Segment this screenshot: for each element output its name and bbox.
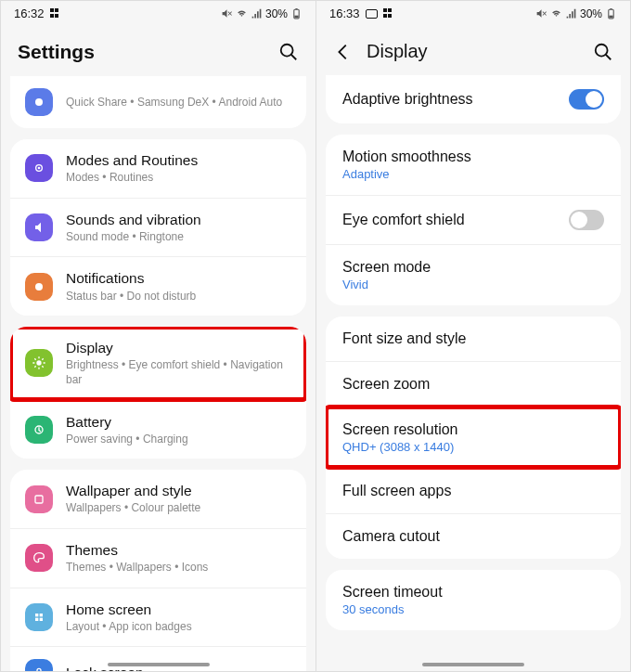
item-title: Screen timeout (342, 584, 604, 601)
item-screen-timeout[interactable]: Screen timeout 30 seconds (326, 570, 621, 630)
signal-icon (565, 7, 577, 19)
card-personalize: Wallpaper and styleWallpapers • Colour p… (10, 470, 306, 671)
modes-icon (25, 154, 53, 182)
eye-comfort-toggle[interactable] (569, 210, 604, 230)
item-lock[interactable]: Lock screen (10, 646, 306, 671)
back-button[interactable] (333, 42, 354, 62)
item-camera-cutout[interactable]: Camera cutout (326, 513, 621, 559)
card-modes: Modes and RoutinesModes • Routines Sound… (10, 139, 306, 316)
item-sub: Sound mode • Ringtone (66, 230, 291, 245)
status-battery: 30% (580, 7, 602, 20)
svg-rect-22 (35, 618, 38, 621)
item-title: Battery (66, 413, 291, 432)
svg-point-28 (596, 44, 608, 56)
item-wallpaper[interactable]: Wallpaper and styleWallpapers • Colour p… (10, 470, 306, 528)
item-title: Adaptive brightness (342, 91, 473, 108)
mute-icon (221, 7, 233, 19)
page-title: Settings (18, 41, 265, 63)
svg-rect-26 (609, 16, 612, 19)
svg-point-3 (281, 45, 293, 57)
battery-icon (605, 7, 617, 19)
card-display-opts: Motion smoothness Adaptive Eye comfort s… (326, 135, 621, 305)
item-title: Screen zoom (342, 376, 604, 393)
gesture-bar[interactable] (422, 663, 524, 666)
screen-display: 16:33 30% Display Adaptive brightness (316, 1, 630, 671)
item-motion-smoothness[interactable]: Motion smoothness Adaptive (326, 135, 621, 195)
app-indicator-icon (383, 8, 393, 19)
status-time: 16:33 (329, 6, 360, 20)
sounds-icon (25, 213, 53, 241)
item-title: Eye comfort shield (342, 212, 465, 228)
item-title: Motion smoothness (342, 149, 604, 165)
svg-point-9 (36, 361, 41, 366)
lock-icon (25, 659, 53, 671)
search-button[interactable] (278, 42, 299, 62)
card-brightness: Adaptive brightness (326, 75, 621, 123)
item-screen-zoom[interactable]: Screen zoom (326, 361, 621, 407)
card-timeout: Screen timeout 30 seconds (326, 570, 621, 630)
wifi-icon (550, 7, 562, 19)
card-display: DisplayBrightness • Eye comfort shield •… (10, 327, 306, 459)
item-sub: Vivid (342, 278, 604, 291)
item-notifications[interactable]: NotificationsStatus bar • Do not disturb (10, 256, 306, 316)
item-battery[interactable]: BatteryPower saving • Charging (10, 400, 306, 459)
wifi-icon (236, 7, 248, 19)
item-title: Screen resolution (342, 421, 604, 438)
wallpaper-icon (25, 485, 53, 513)
svg-line-14 (34, 359, 35, 360)
svg-line-4 (291, 55, 297, 60)
camera-indicator-icon (366, 9, 378, 19)
svg-rect-20 (35, 614, 38, 616)
search-button[interactable] (593, 42, 613, 62)
item-sounds[interactable]: Sounds and vibrationSound mode • Rington… (10, 198, 306, 257)
status-battery: 30% (265, 7, 288, 20)
item-sub: Themes • Wallpapers • Icons (66, 561, 291, 575)
item-eye-comfort[interactable]: Eye comfort shield (326, 195, 621, 244)
svg-rect-19 (35, 496, 43, 503)
card-size: Font size and style Screen zoom Screen r… (326, 317, 621, 559)
item-font-size[interactable]: Font size and style (326, 317, 621, 361)
item-connected-devices[interactable]: Quick Share • Samsung DeX • Android Auto (10, 76, 306, 128)
home-icon (25, 603, 53, 631)
header: Display (316, 22, 630, 75)
svg-line-17 (42, 359, 43, 360)
item-title: Themes (66, 541, 291, 560)
item-sub: QHD+ (3088 x 1440) (342, 440, 604, 454)
item-title: Notifications (66, 269, 291, 288)
screen-settings: 16:32 30% Settings Quick Share • Samsung… (1, 1, 316, 671)
svg-rect-2 (295, 8, 297, 9)
item-screen-mode[interactable]: Screen mode Vivid (326, 244, 621, 305)
themes-icon (25, 544, 53, 572)
item-title: Screen mode (342, 259, 604, 276)
notifications-icon (25, 273, 53, 301)
mute-icon (535, 7, 547, 19)
display-icon (25, 349, 53, 377)
svg-rect-1 (294, 16, 298, 19)
item-title: Wallpaper and style (66, 482, 291, 500)
gesture-bar[interactable] (108, 663, 210, 666)
item-screen-resolution[interactable]: Screen resolution QHD+ (3088 x 1440) (326, 407, 621, 468)
item-sub: Power saving • Charging (66, 433, 291, 447)
status-bar: 16:33 30% (316, 1, 630, 22)
battery-menu-icon (25, 416, 53, 444)
item-title: Font size and style (342, 330, 604, 347)
page-title: Display (367, 41, 580, 62)
item-themes[interactable]: ThemesThemes • Wallpapers • Icons (10, 528, 306, 588)
adaptive-brightness-toggle[interactable] (569, 89, 604, 110)
item-display[interactable]: DisplayBrightness • Eye comfort shield •… (10, 327, 306, 399)
status-time: 16:32 (14, 6, 45, 20)
status-bar: 16:32 30% (1, 1, 316, 22)
item-title: Display (66, 339, 291, 357)
item-title: Home screen (66, 601, 291, 619)
item-adaptive-brightness[interactable]: Adaptive brightness (326, 75, 621, 123)
item-title: Camera cutout (342, 528, 604, 545)
connected-devices-icon (25, 88, 53, 116)
item-modes[interactable]: Modes and RoutinesModes • Routines (10, 139, 306, 198)
item-full-screen-apps[interactable]: Full screen apps (326, 468, 621, 513)
header: Settings (1, 22, 316, 76)
svg-point-7 (38, 167, 41, 170)
status-right: 30% (221, 7, 303, 20)
svg-point-8 (35, 283, 43, 291)
svg-point-5 (35, 98, 43, 106)
item-home[interactable]: Home screenLayout • App icon badges (10, 588, 306, 647)
